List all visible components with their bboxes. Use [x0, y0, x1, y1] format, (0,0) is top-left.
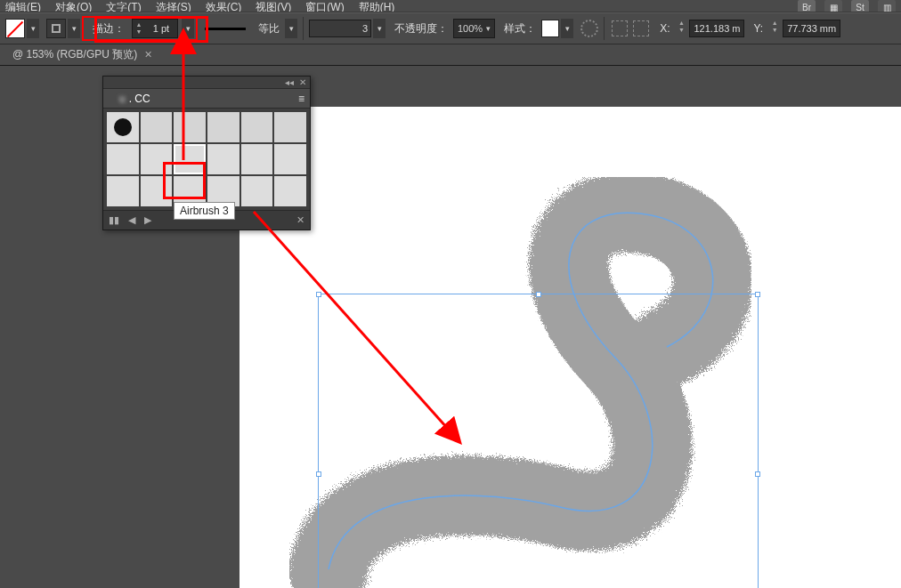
fill-none-swatch[interactable] [5, 19, 25, 38]
brush-definition-preview[interactable]: 3 [309, 20, 371, 37]
y-value-field[interactable]: 77.733 mm [783, 20, 840, 37]
style-swatch[interactable] [541, 20, 559, 37]
brush-swatch-3[interactable] [174, 112, 206, 142]
stock-icon[interactable]: St [851, 0, 869, 12]
panel-title-obscured: u [119, 93, 126, 105]
separator [303, 17, 304, 40]
brush-swatch-6[interactable] [274, 112, 306, 142]
brush-index: 3 [362, 23, 368, 34]
panel-title-suffix: . CC [129, 93, 150, 105]
menu-help[interactable]: 帮助(H) [359, 0, 395, 12]
stroke-weight-highlighted: 描边： ▲ ▼ ▾ [82, 16, 198, 41]
control-bar: ▾ ▾ 描边： ▲ ▼ ▾ 等比 ▾ 3 ▾ 不透明度： 100% ▾ 样式： … [0, 12, 901, 44]
menu-select[interactable]: 选择(S) [156, 0, 191, 12]
x-value-field[interactable]: 121.183 m [689, 20, 744, 37]
prev-icon[interactable]: ◀ [128, 214, 135, 226]
menu-object[interactable]: 对象(O) [55, 0, 92, 12]
menu-edit[interactable]: 编辑(E) [5, 0, 41, 12]
stroke-swatch[interactable] [46, 19, 66, 38]
brush-airbrush-4[interactable] [207, 144, 239, 174]
style-dropdown[interactable]: ▾ [561, 19, 573, 38]
brush-dropdown[interactable]: ▾ [373, 19, 386, 38]
stroke-line-icon [205, 28, 246, 30]
stroke-swatch-group: ▾ [46, 19, 80, 38]
brush-airbrush-12[interactable] [274, 176, 306, 206]
profile-dropdown[interactable]: ▾ [285, 19, 297, 38]
brush-airbrush-3-selected[interactable] [174, 144, 206, 174]
menu-bar: 编辑(E) 对象(O) 文字(T) 选择(S) 效果(C) 视图(V) 窗口(W… [0, 0, 901, 12]
brush-swatch-2[interactable] [141, 112, 173, 142]
recolor-icon[interactable] [580, 20, 598, 37]
brush-grid [103, 109, 310, 210]
arrange-icon[interactable]: ▦ [824, 0, 842, 12]
panel-tab[interactable]: u . CC ≡ [103, 89, 310, 109]
x-down-icon[interactable]: ▼ [678, 27, 685, 34]
opacity-value: 100% [458, 23, 483, 34]
panel-menu-icon[interactable]: ≡ [298, 93, 304, 105]
opacity-field[interactable]: 100% ▾ [453, 19, 495, 38]
stepper-up-icon[interactable]: ▲ [136, 21, 142, 28]
stroke-preview [205, 28, 249, 30]
x-up-icon[interactable]: ▲ [678, 20, 685, 27]
menu-effect[interactable]: 效果(C) [206, 0, 242, 12]
stroke-dropdown-icon[interactable]: ▾ [68, 19, 80, 38]
align-icon[interactable] [612, 20, 628, 36]
profile-label: 等比 [258, 21, 280, 36]
handle-top-right[interactable] [755, 292, 760, 297]
document-tab[interactable]: @ 153% (RGB/GPU 预览) ✕ [12, 47, 152, 62]
app-icon-tray: Br ▦ St ▥ [798, 0, 896, 12]
handle-top-left[interactable] [316, 292, 321, 297]
fill-dropdown-icon[interactable]: ▾ [27, 19, 39, 38]
brush-airbrush-6[interactable] [274, 144, 306, 174]
brush-airbrush-8[interactable] [141, 176, 173, 206]
y-down-icon[interactable]: ▼ [772, 27, 778, 34]
handle-mid-left[interactable] [316, 471, 321, 477]
close-tab-icon[interactable]: ✕ [144, 49, 152, 60]
watermark-brand-cn: 经验 [840, 532, 885, 556]
watermark: Baid 经验 jingyan.baidu.com [771, 528, 885, 568]
brush-airbrush-1[interactable] [107, 144, 139, 174]
close-panel-icon[interactable]: ✕ [299, 77, 306, 87]
stepper-down-icon[interactable]: ▼ [136, 28, 142, 36]
next-icon[interactable]: ▶ [144, 214, 151, 226]
handle-top-mid[interactable] [536, 292, 541, 297]
x-label: X: [660, 22, 670, 35]
library-icon[interactable]: ▮▮ [109, 214, 119, 226]
menu-window[interactable]: 窗口(W) [305, 0, 344, 12]
stroke-weight-field[interactable]: ▲ ▼ [132, 19, 178, 38]
extra-app-icon[interactable]: ▥ [878, 0, 896, 12]
brush-airbrush-5[interactable] [241, 144, 273, 174]
brush-swatch-4[interactable] [207, 112, 239, 142]
transform-icon[interactable] [633, 20, 649, 36]
stroke-weight-dropdown[interactable]: ▾ [182, 19, 194, 38]
brush-airbrush-7[interactable] [107, 176, 139, 206]
selection-bounding-box [318, 294, 759, 588]
fill-swatch-group: ▾ [5, 19, 39, 38]
document-tab-bar: @ 153% (RGB/GPU 预览) ✕ [0, 44, 901, 66]
stroke-weight-input[interactable] [145, 23, 177, 34]
brush-dots-icon [318, 24, 362, 33]
delete-brush-icon[interactable]: ✕ [296, 214, 304, 226]
brush-tooltip: Airbrush 3 [174, 202, 235, 220]
panel-header: ◂◂ ✕ [103, 77, 310, 89]
watermark-url: jingyan.baidu.com [771, 555, 885, 568]
handle-mid-right[interactable] [755, 471, 760, 477]
bridge-icon[interactable]: Br [798, 0, 816, 12]
brush-round-solid[interactable] [107, 112, 139, 142]
stroke-label: 描边： [93, 21, 125, 36]
brush-airbrush-11[interactable] [241, 176, 273, 206]
menu-view[interactable]: 视图(V) [256, 0, 291, 12]
brush-airbrush-2[interactable] [141, 144, 173, 174]
watermark-brand-latin: Bai [771, 528, 816, 557]
collapse-icon[interactable]: ◂◂ [285, 77, 294, 87]
y-up-icon[interactable]: ▲ [772, 20, 778, 27]
menu-type[interactable]: 文字(T) [106, 0, 141, 12]
separator [604, 17, 605, 40]
style-label: 样式： [504, 21, 536, 36]
y-label: Y: [753, 22, 763, 35]
opacity-label: 不透明度： [394, 21, 448, 36]
document-tab-title: @ 153% (RGB/GPU 预览) [12, 47, 137, 62]
brush-swatch-5[interactable] [241, 112, 273, 142]
opacity-caret-icon[interactable]: ▾ [486, 24, 491, 33]
